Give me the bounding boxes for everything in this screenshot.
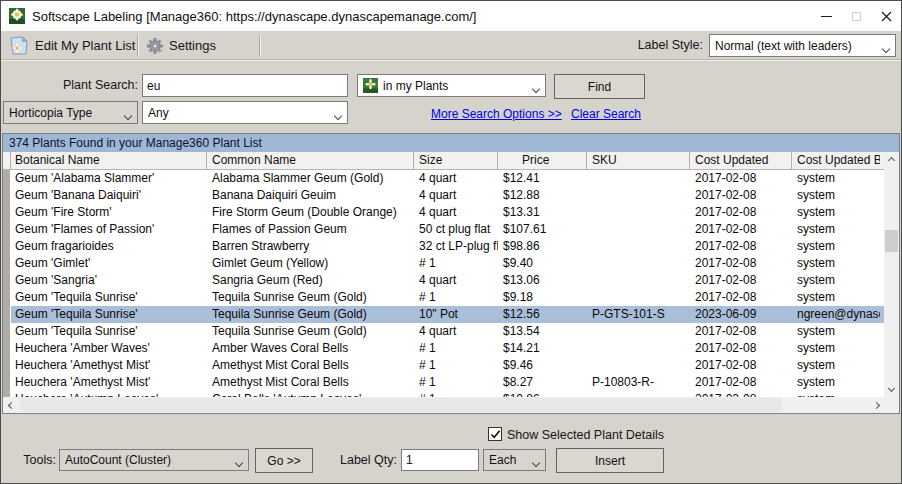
- table-row[interactable]: Geum 'Alabama Slammer'Alabama Slammer Ge…: [3, 170, 884, 187]
- table-body: Geum 'Alabama Slammer'Alabama Slammer Ge…: [3, 170, 884, 397]
- results-status-bar: 374 Plants Found in your Manage360 Plant…: [3, 134, 899, 152]
- minimize-icon: [821, 16, 832, 17]
- label-qty-input[interactable]: [401, 449, 479, 471]
- cell-common-name: Banana Daiquiri Geuim: [207, 187, 414, 204]
- filter-field-select[interactable]: Horticopia Type: [3, 101, 138, 124]
- column-header-price[interactable]: Price: [498, 152, 587, 169]
- tools-value: AutoCount (Cluster): [65, 453, 171, 467]
- more-search-options-link[interactable]: More Search Options >>: [431, 107, 562, 121]
- table-row[interactable]: Geum 'Fire Storm'Fire Storm Geum (Double…: [3, 204, 884, 221]
- cell-cost-updated: 2017-02-08: [690, 170, 792, 187]
- results-table: 374 Plants Found in your Manage360 Plant…: [2, 133, 900, 414]
- cell-sku: [587, 340, 690, 357]
- table-row[interactable]: Geum 'Banana Daiquiri'Banana Daiquiri Ge…: [3, 187, 884, 204]
- show-details-checkbox[interactable]: [488, 427, 502, 441]
- cell-botanical-name: Geum 'Banana Daiquiri': [11, 187, 207, 204]
- window-title: Softscape Labeling [Manage360: https://d…: [32, 9, 476, 24]
- column-header-botanical-name[interactable]: Botanical Name: [11, 152, 207, 169]
- maximize-button[interactable]: [841, 1, 871, 31]
- cell-price: $9.40: [498, 255, 587, 272]
- cell-common-name: Amethyst Mist Coral Bells: [207, 357, 414, 374]
- column-header-cost-updated-by[interactable]: Cost Updated By: [792, 152, 880, 169]
- filter-value-select[interactable]: Any: [142, 101, 348, 124]
- go-button[interactable]: Go >>: [255, 448, 313, 473]
- cell-price: $13.31: [498, 204, 587, 221]
- cell-price: $14.21: [498, 340, 587, 357]
- go-button-label: Go >>: [267, 454, 300, 468]
- close-button[interactable]: [871, 1, 901, 31]
- column-header-cost-updated[interactable]: Cost Updated: [690, 152, 792, 169]
- horizontal-scrollbar[interactable]: [3, 397, 884, 413]
- table-row[interactable]: Geum 'Sangria'Sangria Geum (Red)4 quart$…: [3, 272, 884, 289]
- cell-common-name: Tequila Sunrise Geum (Gold): [207, 289, 414, 306]
- gear-icon: [147, 38, 163, 54]
- cell-size: # 1: [414, 374, 498, 391]
- chevron-left-icon: [7, 401, 14, 408]
- row-header-strip: [3, 238, 11, 255]
- table-row[interactable]: Geum 'Flames of Passion'Flames of Passio…: [3, 221, 884, 238]
- cell-sku: [587, 204, 690, 221]
- table-row[interactable]: Heuchera 'Amber Waves'Amber Waves Coral …: [3, 340, 884, 357]
- table-row[interactable]: Geum 'Tequila Sunrise'Tequila Sunrise Ge…: [3, 323, 884, 340]
- edit-my-plant-list-button[interactable]: Edit My Plant List: [5, 33, 139, 58]
- chevron-down-icon: [236, 455, 242, 469]
- clear-search-link[interactable]: Clear Search: [571, 107, 641, 121]
- show-details-label[interactable]: Show Selected Plant Details: [507, 428, 664, 442]
- cell-common-name: Amethyst Mist Coral Bells: [207, 374, 414, 391]
- table-row[interactable]: Geum 'Tequila Sunrise'Tequila Sunrise Ge…: [3, 289, 884, 306]
- scroll-down-button[interactable]: [884, 380, 899, 397]
- cell-price: $9.18: [498, 289, 587, 306]
- tools-label: Tools:: [17, 453, 56, 467]
- chevron-down-icon: [888, 385, 895, 392]
- cell-size: 10" Pot: [414, 306, 498, 323]
- label-style-value: Normal (text with leaders): [715, 39, 852, 53]
- cell-cost-updated: 2017-02-08: [690, 272, 792, 289]
- chevron-up-icon: [888, 157, 895, 164]
- cell-common-name: Gimlet Geum (Yellow): [207, 255, 414, 272]
- cell-size: # 1: [414, 340, 498, 357]
- scroll-left-button[interactable]: [3, 397, 19, 413]
- label-style-select[interactable]: Normal (text with leaders): [709, 34, 896, 57]
- cell-cost-updated: 2017-02-08: [690, 340, 792, 357]
- tools-select[interactable]: AutoCount (Cluster): [59, 449, 249, 471]
- plant-search-label: Plant Search:: [39, 78, 138, 92]
- chevron-down-icon: [533, 455, 539, 469]
- table-row[interactable]: Heuchera 'Amethyst Mist'Amethyst Mist Co…: [3, 374, 884, 391]
- settings-button[interactable]: Settings: [143, 33, 220, 58]
- cell-cost-updated-by: system: [792, 272, 880, 289]
- vertical-scrollbar[interactable]: [884, 152, 899, 397]
- qty-unit-select[interactable]: Each: [483, 449, 546, 471]
- cell-size: # 1: [414, 255, 498, 272]
- cell-price: $13.06: [498, 272, 587, 289]
- window-controls: [811, 1, 901, 31]
- cell-size: 4 quart: [414, 187, 498, 204]
- column-header-sku[interactable]: SKU: [587, 152, 690, 169]
- find-button[interactable]: Find: [554, 74, 645, 99]
- cell-price: $13.54: [498, 323, 587, 340]
- cell-common-name: Tequila Sunrise Geum (Gold): [207, 323, 414, 340]
- cell-cost-updated-by: system: [792, 357, 880, 374]
- search-scope-select[interactable]: in my Plants: [357, 74, 546, 97]
- footer-panel: Show Selected Plant Details Tools: AutoC…: [1, 414, 901, 483]
- vertical-scrollbar-thumb[interactable]: [885, 230, 898, 252]
- cell-botanical-name: Heuchera 'Amethyst Mist': [11, 374, 207, 391]
- table-row[interactable]: Heuchera 'Amethyst Mist'Amethyst Mist Co…: [3, 357, 884, 374]
- cell-cost-updated-by: system: [792, 238, 880, 255]
- row-header-strip: [3, 306, 11, 323]
- cell-cost-updated: 2017-02-08: [690, 187, 792, 204]
- cell-botanical-name: Geum 'Tequila Sunrise': [11, 289, 207, 306]
- scroll-right-button[interactable]: [868, 397, 884, 413]
- column-header-size[interactable]: Size: [414, 152, 498, 169]
- table-row[interactable]: Geum 'Tequila Sunrise'Tequila Sunrise Ge…: [3, 306, 884, 323]
- cell-cost-updated: 2023-06-09: [690, 306, 792, 323]
- table-row[interactable]: Geum fragarioidesBarren Strawberry32 ct …: [3, 238, 884, 255]
- column-header-common-name[interactable]: Common Name: [207, 152, 414, 169]
- table-row[interactable]: Geum 'Gimlet'Gimlet Geum (Yellow)# 1$9.4…: [3, 255, 884, 272]
- horizontal-scrollbar-thumb[interactable]: [20, 398, 782, 412]
- minimize-button[interactable]: [811, 1, 841, 31]
- insert-button[interactable]: Insert: [556, 448, 664, 473]
- scroll-up-button[interactable]: [884, 152, 899, 169]
- plant-search-input[interactable]: [142, 74, 348, 97]
- cell-cost-updated-by: system: [792, 221, 880, 238]
- cell-cost-updated: 2017-02-08: [690, 357, 792, 374]
